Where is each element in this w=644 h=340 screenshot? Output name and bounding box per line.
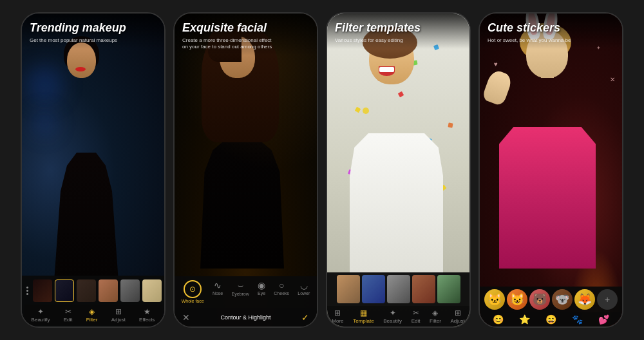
phone-3-screen: Filter templates Various styles for easy… bbox=[327, 14, 469, 326]
filter-thumb-5[interactable] bbox=[120, 279, 140, 302]
teeth-3 bbox=[379, 67, 394, 72]
filter-thumb-1[interactable] bbox=[33, 279, 52, 302]
confirm-button[interactable]: ✓ bbox=[299, 311, 312, 324]
phone-4: ♥ ✦ ★ ✕ bbox=[478, 12, 623, 328]
facial-cheeks[interactable]: ○ Cheeks bbox=[274, 280, 289, 303]
phone-2-header: Exquisite facial Create a more three-dim… bbox=[175, 14, 317, 55]
tab-adjust[interactable]: ⊞ Adjust bbox=[111, 307, 126, 323]
phone-1-subtitle: Get the most popular natural makeups bbox=[30, 37, 156, 44]
tab-beautify[interactable]: ✦ Beautify bbox=[32, 307, 50, 323]
facial-icons-row: ⊙ Whole face ∿ Nose ⌣ Eyebrow bbox=[177, 280, 314, 303]
facial-controls: ⊙ Whole face ∿ Nose ⌣ Eyebrow bbox=[175, 276, 317, 308]
phone-3-bottom: ⊞ More ▦ Template ✦ Beautify ✂ Edit bbox=[327, 272, 469, 326]
template-thumb-5[interactable] bbox=[437, 275, 460, 303]
filter-thumb-4[interactable] bbox=[99, 279, 118, 302]
facial-nose[interactable]: ∿ Nose bbox=[213, 280, 223, 303]
tab-more-3[interactable]: ⊞ More bbox=[332, 308, 343, 324]
more-icon-thumb[interactable] bbox=[24, 279, 30, 302]
person-scene-4 bbox=[480, 14, 622, 326]
phone-4-title: Cute stickers bbox=[488, 21, 614, 35]
phone-4-image: ♥ ✦ ★ ✕ bbox=[480, 14, 622, 326]
sticker-nav-animal[interactable]: 🐾 bbox=[572, 314, 583, 325]
facial-whole-face[interactable]: ⊙ Whole face bbox=[182, 280, 204, 303]
filter-thumb-2-selected[interactable] bbox=[55, 279, 74, 302]
sticker-nav-emoji[interactable]: 😊 bbox=[493, 314, 504, 325]
phone-2-subtitle: Create a more three-dimensional effect o… bbox=[182, 37, 309, 51]
stickers-row: 🐱 😺 🐻 🐨 🦊 + bbox=[480, 287, 622, 312]
template-thumb-1[interactable] bbox=[337, 275, 360, 303]
thumb-row bbox=[24, 279, 162, 302]
nav-tabs-1: ✦ Beautify ✂ Edit ◈ Filter ⊞ bbox=[24, 305, 162, 325]
tab-edit[interactable]: ✂ Edit bbox=[64, 307, 73, 323]
tab-beautify-3[interactable]: ✦ Beautify bbox=[383, 308, 402, 324]
facial-bottom-bar: ✕ Contour & Highlight ✓ bbox=[175, 308, 317, 326]
phone-3-header: Filter templates Various styles for easy… bbox=[327, 14, 469, 49]
tab-filter-3[interactable]: ◈ Filter bbox=[430, 308, 441, 324]
sticker-nav-face[interactable]: 😄 bbox=[545, 314, 556, 325]
template-thumb-2[interactable] bbox=[362, 275, 385, 303]
tab-filter[interactable]: ◈ Filter bbox=[86, 307, 98, 323]
hand-4 bbox=[482, 69, 514, 107]
sticker-5[interactable]: 🦊 bbox=[574, 289, 595, 310]
facial-title: Contour & Highlight bbox=[193, 314, 299, 321]
nav-tabs-3: ⊞ More ▦ Template ✦ Beautify ✂ Edit bbox=[327, 306, 469, 326]
phone-1-bottom: ✦ Beautify ✂ Edit ◈ Filter ⊞ bbox=[22, 276, 164, 326]
tab-edit-3[interactable]: ✂ Edit bbox=[412, 308, 421, 324]
sticker-add-btn[interactable]: + bbox=[597, 289, 618, 310]
tab-template[interactable]: ▦ Template bbox=[353, 308, 374, 324]
phone-4-bottom: 🐱 😺 🐻 🐨 🦊 + 😊 ⭐ 😄 🐾 💕 bbox=[480, 287, 622, 326]
sticker-1[interactable]: 🐱 bbox=[484, 289, 505, 310]
sticker-2[interactable]: 😺 bbox=[507, 289, 527, 310]
phone-1-screen: Trending makeup Get the most popular nat… bbox=[22, 14, 164, 326]
phone-2-bottom: ⊙ Whole face ∿ Nose ⌣ Eyebrow bbox=[175, 276, 317, 326]
phone-2-screen: Exquisite facial Create a more three-dim… bbox=[175, 14, 317, 326]
phone-2-title: Exquisite facial bbox=[182, 21, 309, 35]
tab-adjust-3[interactable]: ⊞ Adjust bbox=[450, 308, 464, 324]
phone-3-title: Filter templates bbox=[335, 21, 462, 35]
phone-2: Exquisite facial Create a more three-dim… bbox=[173, 12, 318, 328]
body-4 bbox=[499, 127, 596, 269]
filter-thumb-3[interactable] bbox=[77, 279, 96, 302]
phone-4-subtitle: Hot or sweet, be what you wanna be bbox=[488, 37, 614, 44]
facial-eyebrow[interactable]: ⌣ Eyebrow bbox=[232, 280, 249, 303]
phone-3-subtitle: Various styles for easy editing bbox=[335, 37, 462, 44]
filter-thumb-6[interactable] bbox=[142, 279, 162, 302]
filter-thumbnails: ✦ Beautify ✂ Edit ◈ Filter ⊞ bbox=[22, 276, 164, 326]
phone-1-header: Trending makeup Get the most popular nat… bbox=[22, 14, 164, 49]
phone-4-screen: ♥ ✦ ★ ✕ bbox=[480, 14, 622, 326]
sticker-3[interactable]: 🐻 bbox=[529, 289, 550, 310]
body-3 bbox=[350, 133, 443, 275]
sticker-4[interactable]: 🐨 bbox=[552, 289, 573, 310]
sticker-nav-heart[interactable]: 💕 bbox=[598, 314, 609, 325]
phone-4-header: Cute stickers Hot or sweet, be what you … bbox=[480, 14, 622, 49]
facial-eye[interactable]: ◉ Eye bbox=[258, 280, 265, 303]
phones-container: Trending makeup Get the most popular nat… bbox=[0, 0, 644, 340]
sticker-nav-star[interactable]: ⭐ bbox=[519, 314, 530, 325]
facial-lower[interactable]: ◡ Lower bbox=[298, 280, 310, 303]
stickers-nav: 😊 ⭐ 😄 🐾 💕 bbox=[480, 312, 622, 326]
phone-3: Filter templates Various styles for easy… bbox=[326, 12, 471, 328]
template-thumb-3[interactable] bbox=[387, 275, 410, 303]
phone-1: Trending makeup Get the most popular nat… bbox=[21, 12, 166, 328]
body-1 bbox=[54, 153, 118, 281]
lips-1 bbox=[75, 67, 86, 71]
cancel-button[interactable]: ✕ bbox=[180, 311, 193, 324]
phone-1-title: Trending makeup bbox=[30, 21, 156, 35]
tab-effects[interactable]: ★ Effects bbox=[139, 307, 155, 323]
template-thumb-4[interactable] bbox=[412, 275, 435, 303]
template-row bbox=[327, 272, 469, 306]
